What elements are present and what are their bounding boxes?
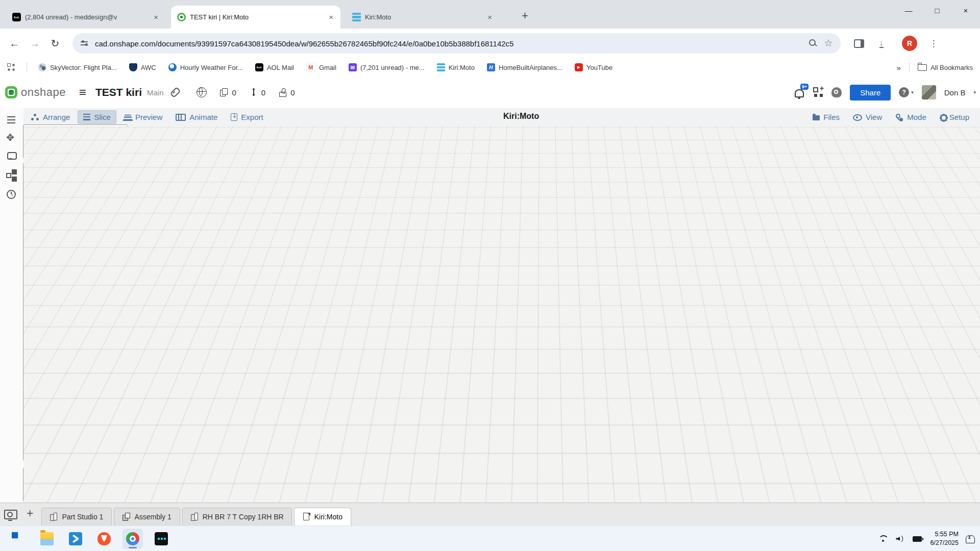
checkbox[interactable]: [115, 138, 123, 145]
scroll-up-arrow[interactable]: ▲: [129, 130, 134, 136]
back-button[interactable]: ←: [4, 38, 24, 49]
bookmark-item[interactable]: SkyVector: Flight Pla...: [38, 63, 117, 71]
taskbar-app-icon[interactable]: [8, 529, 29, 549]
section-header-origin[interactable]: Origin: [26, 392, 125, 403]
value-input[interactable]: 236.22: [84, 273, 123, 283]
history-icon[interactable]: [7, 190, 16, 199]
value-input[interactable]: 0: [84, 220, 123, 230]
device-pill[interactable]: Device Nymolabs: [917, 132, 977, 142]
kiri-mode-button[interactable]: Preview: [118, 110, 168, 124]
doc-counter[interactable]: 0: [250, 88, 265, 97]
value-select[interactable]: end 1/8▾: [876, 188, 919, 198]
browser-tab[interactable]: TEST kiri | Kiri:Moto ×: [171, 6, 340, 29]
value-input[interactable]: 39.016: [876, 220, 919, 230]
volume-icon[interactable]: [895, 534, 905, 544]
bookmark-item[interactable]: AOL Mail: [255, 63, 294, 71]
downloads-icon[interactable]: ↓: [879, 38, 890, 48]
browser-profile-avatar[interactable]: R: [902, 36, 917, 51]
checkbox[interactable]: [115, 320, 123, 328]
value-input[interactable]: 0.04: [876, 253, 919, 262]
objects-header[interactable]: Objects ▾: [931, 158, 974, 169]
focus-assist-bell-icon[interactable]: [966, 535, 975, 543]
slider-left-handle[interactable]: [162, 491, 174, 502]
app-store-icon[interactable]: [813, 87, 823, 97]
checkbox[interactable]: [115, 345, 123, 353]
value-input[interactable]: 0: [84, 449, 123, 459]
checkbox[interactable]: [115, 494, 123, 502]
value-input[interactable]: 1000: [876, 207, 919, 217]
notifications-bell-icon[interactable]: 9+: [794, 87, 805, 98]
side-panel-icon[interactable]: [854, 39, 864, 48]
browser-tab[interactable]: Kiri:Moto ×: [346, 6, 499, 29]
document-tab[interactable]: Kiri:Moto: [294, 508, 351, 526]
checkbox[interactable]: [115, 355, 123, 363]
operation-item[interactable]: Rough: [931, 216, 974, 231]
url-text[interactable]: cad.onshape.com/documents/93991597ca6430…: [95, 39, 803, 48]
bookmark-item[interactable]: Kiri:Moto: [437, 63, 475, 71]
taskbar-app-icon[interactable]: [37, 529, 57, 549]
checkbox[interactable]: [912, 325, 919, 333]
value-input[interactable]: 0: [876, 279, 919, 289]
checkbox[interactable]: [912, 312, 919, 320]
maximize-button[interactable]: □: [923, 0, 951, 20]
section-header-expert[interactable]: Expert: [26, 470, 125, 481]
value-input[interactable]: 0.4: [876, 266, 919, 276]
user-avatar[interactable]: [922, 85, 936, 99]
kiri-menu-button[interactable]: View: [847, 110, 888, 124]
kiri-mode-button[interactable]: Export: [225, 110, 268, 124]
address-bar[interactable]: cad.onshape.com/documents/93991597ca6430…: [72, 33, 841, 54]
forward-button[interactable]: →: [24, 38, 45, 49]
slider-track[interactable]: [174, 491, 894, 502]
value-input[interactable]: 0: [84, 207, 123, 216]
value-input[interactable]: 0.3: [84, 246, 123, 256]
taskbar-clock[interactable]: 5:55 PM 6/27/2025: [930, 530, 959, 547]
link-icon[interactable]: [170, 87, 181, 98]
transform-icon[interactable]: [6, 132, 17, 143]
bookmark-item[interactable]: HomeBuiltAirplanes...: [487, 63, 562, 71]
checkbox[interactable]: [912, 339, 919, 346]
kiri-menu-button[interactable]: Mode: [890, 110, 932, 124]
share-nodes-icon[interactable]: [6, 169, 17, 181]
delete-operation-icon[interactable]: [965, 220, 970, 227]
new-tab-button[interactable]: +: [522, 9, 528, 22]
wifi-icon[interactable]: [878, 534, 888, 544]
onshape-logo[interactable]: onshape: [5, 86, 66, 99]
taskbar-app-icon[interactable]: [122, 529, 143, 549]
checkbox[interactable]: [115, 147, 123, 155]
document-tab[interactable]: Part Studio 1: [41, 508, 112, 526]
reload-button[interactable]: ↻: [45, 37, 65, 49]
doc-counter[interactable]: 0: [279, 88, 295, 97]
site-settings-icon[interactable]: [80, 38, 90, 48]
part-name[interactable]: Part 2: [947, 172, 974, 185]
dialog-drag-handle[interactable]: [823, 172, 925, 179]
tab-close-icon[interactable]: ×: [485, 13, 494, 21]
part-prev-button[interactable]: ◀: [931, 172, 945, 185]
all-bookmarks-button[interactable]: All Bookmarks: [918, 64, 973, 71]
kiri-mode-button[interactable]: Arrange: [26, 110, 76, 124]
learning-center-icon[interactable]: [831, 87, 842, 97]
tab-close-icon[interactable]: ×: [327, 13, 335, 21]
kiri-mode-button[interactable]: Slice: [78, 110, 116, 124]
taskbar-app-icon[interactable]: [65, 529, 86, 549]
value-input[interactable]: 11.811: [84, 260, 123, 269]
browser-tab[interactable]: (2,804 unread) - meddesign@v ×: [6, 6, 165, 29]
scroll-down-arrow[interactable]: ▼: [129, 491, 134, 497]
operation-list-header[interactable]: Operation List: [931, 195, 974, 212]
tab-close-icon[interactable]: ×: [152, 13, 160, 21]
browser-menu-icon[interactable]: ⋮: [923, 38, 944, 49]
screen-search-icon[interactable]: [4, 510, 17, 519]
value-input[interactable]: 0: [84, 429, 123, 439]
close-button[interactable]: ×: [951, 0, 980, 20]
bookmark-item[interactable]: Hourly Weather For...: [168, 63, 243, 71]
document-tab[interactable]: RH BR 7 T Copy 1RH BR...: [182, 508, 292, 526]
add-operation-button[interactable]: +: [931, 241, 974, 255]
document-tab[interactable]: Assembly 1: [114, 508, 180, 526]
value-input[interactable]: 9.016: [876, 234, 919, 243]
bookmarks-overflow-chevron[interactable]: »: [897, 63, 901, 72]
zoom-indicator-icon[interactable]: [808, 38, 818, 48]
section-header-limits[interactable]: Limits: [26, 165, 125, 176]
roughing-checkbox[interactable]: [543, 480, 550, 488]
checkbox[interactable]: [115, 311, 123, 318]
value-input[interactable]: 0.8: [84, 379, 123, 388]
bookmark-item[interactable]: YouTube: [575, 63, 612, 71]
